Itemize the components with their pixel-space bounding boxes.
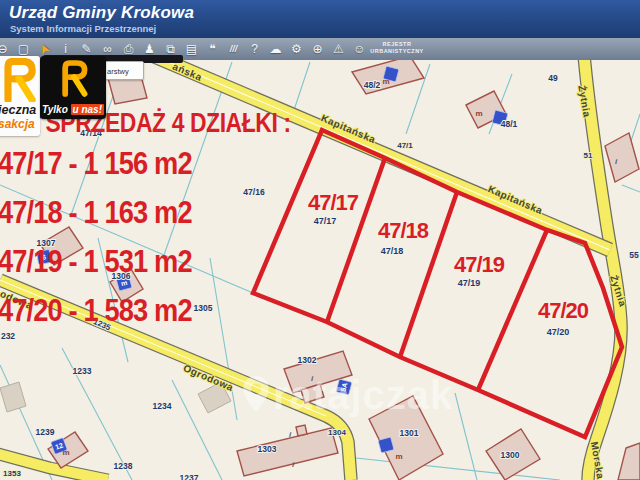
register-urbanistyczny-button[interactable]: REJESTR URBANISTYCZNY (352, 41, 442, 55)
map-viewport[interactable]: mm6125A 47/1447/164948/248/1551307130613… (0, 60, 640, 480)
sale-big-label: 47/19 (454, 252, 505, 277)
app-header: Urząd Gminy Krokowa System Informacji Pr… (0, 0, 640, 39)
parcel-label: 1239 (36, 427, 55, 437)
download-cloud-icon[interactable]: ☁ (265, 38, 286, 60)
partner-logo-r-icon (0, 58, 38, 102)
parcel-label: 55 (629, 250, 639, 260)
app-title: Urząd Gminy Krokowa (9, 3, 194, 23)
sale-small-label: 47/18 (381, 246, 404, 256)
help-icon[interactable]: ? (244, 38, 265, 60)
measure-icon[interactable]: /// (223, 38, 244, 60)
sale-small-label: 47/17 (314, 216, 337, 226)
parcel-label: 1307 (37, 238, 56, 248)
road-num-label: 1304 (328, 428, 346, 437)
warning-icon[interactable]: ⚠ (328, 38, 349, 60)
parcel-label: 1302 (298, 355, 317, 365)
promo-badge: Tylko u nas! (40, 56, 106, 119)
app-subtitle: System Informacji Przestrzennej (10, 23, 156, 34)
mark-m-label: m (62, 448, 69, 457)
parcel-label: 1300 (501, 450, 520, 460)
app-window: Urząd Gminy Krokowa System Informacji Pr… (0, 0, 640, 480)
layers-popup-text: arstwy (107, 67, 129, 76)
parcel-label: 48/2 (364, 80, 381, 90)
mark-m-label: m (475, 109, 482, 118)
promo-badge-text-plain: Tylko (42, 104, 68, 115)
register-button-line2: URBANISTYCZNY (352, 48, 442, 55)
address-plate-box (378, 437, 394, 453)
mark-m-label: m (382, 77, 389, 86)
road-num-label: 47/1 (397, 141, 413, 150)
promo-badge-r-icon (59, 59, 89, 97)
parcel-label: 1303 (258, 444, 277, 454)
promo-badge-text: Tylko u nas! (40, 104, 106, 115)
parcel-label: 48/1 (501, 119, 518, 129)
parcel-label: 1301 (400, 428, 419, 438)
sale-small-label: 47/20 (547, 327, 570, 337)
parcel-label: 1305 (194, 303, 213, 313)
promo-badge-text-highlight: u nas! (71, 104, 104, 115)
address-plate (378, 437, 394, 453)
search-icon[interactable]: ⊕ (307, 38, 328, 60)
map-canvas[interactable]: mm6125A 47/1447/164948/248/1551307130613… (0, 60, 640, 480)
mark-m-label: m (395, 452, 402, 461)
partner-logo-text-top: ieczna (0, 103, 36, 117)
sale-big-label: 47/18 (378, 218, 429, 243)
parcel-label: 49 (548, 73, 558, 83)
address-plate: 5A (336, 379, 352, 395)
road-num-label: 1353 (3, 469, 21, 478)
parcel-label: 232 (1, 331, 15, 341)
parcel-label: 1306 (112, 271, 131, 281)
address-plate: 6 (36, 249, 51, 264)
parcel-label: 47/16 (243, 187, 265, 197)
partner-logo-text-bottom: sakcja (0, 117, 35, 131)
settings-gears-icon[interactable]: ⚙ (286, 38, 307, 60)
parcel-label: 1233 (73, 366, 92, 376)
building-1303-annex (296, 425, 307, 436)
sale-big-label: 47/20 (538, 298, 589, 323)
parcel-label: 1234 (153, 401, 172, 411)
partner-logo: ieczna sakcja (0, 56, 40, 136)
parcel-label: 1237 (180, 473, 199, 480)
sale-small-label: 47/19 (458, 278, 481, 288)
parcel-label: 1238 (114, 461, 133, 471)
road-num-label: 51 (584, 151, 593, 160)
register-button-line1: REJESTR (352, 41, 442, 48)
comment-icon[interactable]: ❝ (202, 38, 223, 60)
sale-big-label: 47/17 (308, 190, 359, 215)
parcel-label: 47/14 (80, 128, 102, 138)
layout-panels-icon[interactable]: ▤ (181, 38, 202, 60)
